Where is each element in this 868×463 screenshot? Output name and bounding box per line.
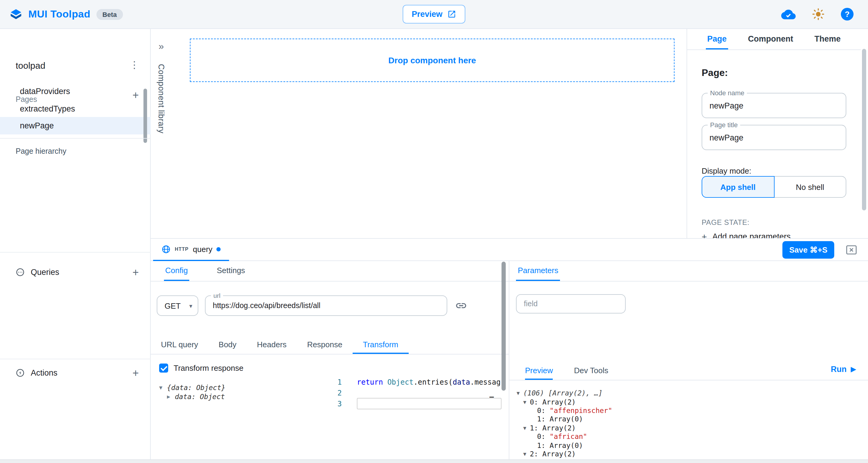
save-button[interactable]: Save ⌘+S — [782, 241, 834, 259]
json-key: 1: — [537, 441, 550, 450]
tab-body[interactable]: Body — [208, 336, 247, 354]
query-config-panel: Config Settings GET ▾ url URL query Body… — [151, 261, 509, 463]
bottom-scrollbar-track[interactable] — [0, 459, 868, 463]
sidebar-item-extractedtypes[interactable]: extractedTypes — [0, 100, 151, 118]
add-page-parameters-button[interactable]: + Add page parameters — [702, 232, 790, 238]
json-key: 2: — [530, 450, 542, 458]
inspector-heading: Page: — [702, 67, 728, 79]
json-value: Array(0) — [550, 415, 583, 424]
close-panel-button[interactable] — [845, 244, 858, 256]
tab-component[interactable]: Component — [747, 29, 795, 50]
json-row[interactable]: ▼2: Array(2) — [509, 450, 868, 458]
page-title-label: Page title — [708, 121, 740, 128]
tab-dev-tools[interactable]: Dev Tools — [574, 362, 609, 380]
plus-icon: + — [702, 232, 707, 238]
sidebar-item-dataproviders[interactable]: dataProviders — [0, 83, 151, 100]
node-name-field: Node name — [702, 93, 846, 118]
run-button[interactable]: Run ▶ — [831, 365, 856, 374]
json-string-value: "affenpinscher" — [550, 406, 613, 415]
editor-scrollbar-thumb[interactable] — [501, 261, 506, 391]
url-label: url — [211, 292, 223, 299]
sidebar-item-newpage-selected[interactable]: newPage — [0, 117, 151, 134]
app-title: MUI Toolpad — [28, 8, 90, 20]
json-key: 1: — [537, 415, 550, 424]
json-row: 0: "african" — [509, 432, 868, 441]
component-library-panel[interactable]: » Component library — [151, 29, 172, 238]
result-tabs: Preview Dev Tools — [509, 362, 868, 380]
expand-arrow-icon[interactable]: ▼ — [523, 425, 530, 431]
sidebar-section-queries[interactable]: Queries — [16, 268, 59, 277]
preview-button[interactable]: Preview — [403, 5, 465, 24]
inspector-scrollbar-thumb[interactable] — [862, 49, 866, 210]
json-row-root[interactable]: ▼(106) [Array(2), …] — [509, 389, 868, 398]
tab-transform[interactable]: Transform — [352, 336, 409, 354]
url-field: url — [205, 296, 447, 316]
tree-child-label: data: Object — [175, 393, 225, 401]
drop-component-zone[interactable]: Drop component here — [190, 38, 675, 82]
project-menu-kebab-icon[interactable]: ⋮ — [130, 59, 139, 70]
json-row[interactable]: ▼1: Array(2) — [509, 424, 868, 432]
tab-config[interactable]: Config — [164, 261, 189, 281]
code-token: .messag — [470, 378, 501, 387]
json-value: Array(2) — [542, 424, 576, 432]
code-line-1: return Object.entries(data.messag — [357, 377, 501, 388]
json-value: Array(2) — [542, 450, 576, 458]
link-icon[interactable] — [455, 300, 467, 312]
transform-response-checkbox-row[interactable]: Transform response — [159, 364, 244, 373]
json-row: 1: Array(0) — [509, 415, 868, 424]
expand-chevron-icon[interactable]: » — [158, 41, 164, 52]
page-title-field: Page title — [702, 125, 846, 150]
run-button-label: Run — [831, 365, 847, 374]
parameters-tabs: Parameters — [509, 261, 868, 281]
expand-arrow-icon[interactable]: ▼ — [523, 451, 530, 457]
tree-root-row[interactable]: ▼ {data: Object} — [159, 383, 225, 392]
tree-child-row[interactable]: ▶ data: Object — [159, 392, 225, 402]
query-tab[interactable]: HTTP query — [153, 239, 229, 261]
json-root-summary: (106) [Array(2), …] — [523, 389, 602, 397]
json-row: 0: "affenpinscher" — [509, 406, 868, 415]
tree-collapsed-arrow-icon[interactable]: ▶ — [167, 394, 175, 400]
page-title-input[interactable] — [702, 125, 846, 150]
display-mode-toggle-group: App shell No shell — [702, 176, 846, 198]
play-icon: ▶ — [851, 365, 856, 373]
preview-output-tree: ▼(106) [Array(2), …] ▼0: Array(2) 0: "af… — [509, 389, 868, 463]
json-row[interactable]: ▼0: Array(2) — [509, 398, 868, 406]
tab-response[interactable]: Response — [297, 336, 352, 354]
theme-toggle-button[interactable] — [812, 8, 825, 21]
tab-page[interactable]: Page — [706, 29, 728, 50]
tab-headers[interactable]: Headers — [247, 336, 297, 354]
code-token: Object — [387, 378, 413, 387]
app-root: MUI Toolpad Beta Preview — [0, 0, 868, 463]
tab-url-query[interactable]: URL query — [151, 336, 208, 354]
tab-parameters[interactable]: Parameters — [516, 261, 560, 281]
display-mode-no-shell[interactable]: No shell — [774, 176, 846, 198]
close-panel-icon — [845, 244, 858, 256]
sidebar-section-actions[interactable]: Actions — [16, 368, 58, 377]
tab-preview[interactable]: Preview — [525, 362, 553, 380]
display-mode-app-shell[interactable]: App shell — [702, 176, 774, 198]
tab-settings[interactable]: Settings — [216, 261, 246, 281]
deploy-cloud-button[interactable] — [781, 7, 796, 22]
help-button[interactable]: ? — [841, 8, 854, 21]
tab-theme[interactable]: Theme — [813, 29, 842, 50]
sidebar-scrollbar-thumb[interactable] — [144, 89, 147, 143]
http-method-select[interactable]: GET ▾ — [157, 296, 198, 316]
query-editor-panel: HTTP query Save ⌘+S Config Settings GET … — [151, 238, 868, 463]
add-query-button[interactable]: + — [130, 267, 142, 279]
node-name-input[interactable] — [702, 93, 846, 118]
url-input[interactable] — [206, 296, 447, 315]
checkbox-checked-icon[interactable] — [159, 364, 168, 373]
add-action-button[interactable]: + — [130, 367, 142, 379]
beta-badge: Beta — [96, 9, 123, 20]
tree-expanded-arrow-icon[interactable]: ▼ — [159, 384, 167, 391]
sidebar-divider — [0, 138, 151, 138]
expand-arrow-icon[interactable]: ▼ — [523, 399, 530, 405]
json-value: Array(2) — [542, 398, 576, 406]
expand-arrow-icon[interactable]: ▼ — [517, 390, 523, 396]
sidebar: toolpad ⋮ Pages + dataProviders extracte… — [0, 29, 151, 463]
inspector-panel: Page Component Theme Page: Node name Pag… — [687, 29, 868, 238]
inspector-tabs: Page Component Theme — [687, 29, 861, 50]
chevron-down-icon: ▾ — [189, 302, 192, 309]
parameter-field-input[interactable] — [516, 294, 626, 313]
json-string-value: "african" — [550, 432, 587, 441]
